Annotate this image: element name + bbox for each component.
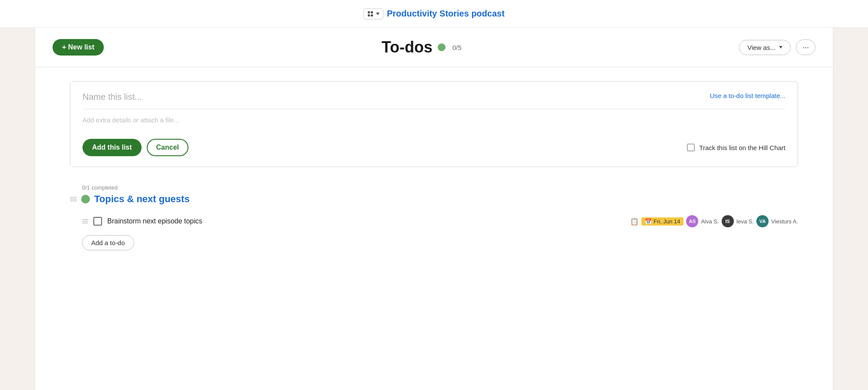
table-row: Brainstorm next episode topics 📋 📅 Fri, … [82, 211, 798, 232]
header-actions: View as... ··· [739, 39, 815, 55]
todo-list-section: 0/1 completed Topics & next guests [70, 184, 798, 250]
avatar-initials: AS [689, 219, 696, 224]
list-name-input[interactable] [83, 92, 701, 102]
due-date-text: Fri, Jun 14 [653, 218, 680, 225]
cancel-button[interactable]: Cancel [147, 139, 188, 156]
new-list-form: Use a to-do list template... Add this li… [70, 81, 798, 167]
view-as-button[interactable]: View as... [739, 40, 791, 55]
progress-dot [438, 43, 446, 51]
page-title: To-dos [382, 38, 432, 56]
add-list-button[interactable]: Add this list [83, 139, 142, 156]
svg-rect-2 [368, 14, 370, 16]
svg-rect-3 [371, 14, 373, 16]
main-container: + New list To-dos 0/5 View as... ··· Use… [35, 28, 833, 390]
top-bar: Productivity Stories podcast [0, 0, 868, 28]
todo-text: Brainstorm next episode topics [107, 217, 625, 225]
svg-rect-1 [371, 11, 373, 13]
view-as-label: View as... [747, 44, 776, 51]
due-date-badge[interactable]: 📅 Fri, Jun 14 [641, 217, 683, 226]
hill-chart-checkbox[interactable] [687, 144, 695, 151]
form-actions: Add this list Cancel [83, 139, 188, 156]
divider [83, 109, 785, 109]
assignee-name-2: Viesturs A. [771, 218, 798, 225]
note-icon: 📋 [630, 217, 639, 226]
assignee-name-1: Ieva S. [736, 218, 754, 225]
avatar-initials: IS [725, 219, 729, 224]
grid-view-button[interactable] [363, 8, 383, 20]
hill-chart-label: Track this list on the Hill Chart [699, 144, 785, 151]
details-input[interactable] [83, 116, 785, 130]
list-status-dot [81, 195, 90, 203]
content-area: Use a to-do list template... Add this li… [35, 67, 833, 264]
add-todo-button[interactable]: Add a to-do [82, 235, 134, 250]
todo-meta: 📋 📅 Fri, Jun 14 AS Aiva S. IS Ieva S. [630, 215, 798, 227]
template-link[interactable]: Use a to-do list template... [710, 92, 785, 99]
list-completed-label: 0/1 completed [82, 184, 798, 191]
more-options-button[interactable]: ··· [796, 39, 815, 55]
form-header: Use a to-do list template... [83, 92, 785, 102]
calendar-icon: 📅 [645, 218, 652, 225]
todo-drag-handle[interactable] [82, 219, 88, 223]
grid-icon [367, 11, 373, 17]
list-title-link[interactable]: Topics & next guests [94, 193, 190, 205]
avatar-initials: VA [759, 219, 766, 224]
project-title-link[interactable]: Productivity Stories podcast [387, 9, 505, 19]
form-footer: Add this list Cancel Track this list on … [83, 139, 785, 156]
svg-rect-0 [368, 11, 370, 13]
chevron-down-icon [779, 46, 782, 49]
list-title-row: Topics & next guests [70, 193, 798, 205]
avatar: IS [722, 215, 734, 227]
list-drag-handle[interactable] [70, 197, 77, 201]
avatar: VA [756, 215, 769, 227]
hill-chart-area: Track this list on the Hill Chart [687, 144, 785, 151]
page-header: + New list To-dos 0/5 View as... ··· [35, 28, 833, 67]
page-title-area: To-dos 0/5 [382, 38, 462, 56]
avatar: AS [686, 215, 698, 227]
assignee-name-0: Aiva S. [701, 218, 719, 225]
todo-checkbox[interactable] [93, 217, 102, 226]
new-list-button[interactable]: + New list [53, 39, 104, 56]
chevron-down-icon [376, 13, 380, 15]
progress-text: 0/5 [452, 44, 462, 51]
